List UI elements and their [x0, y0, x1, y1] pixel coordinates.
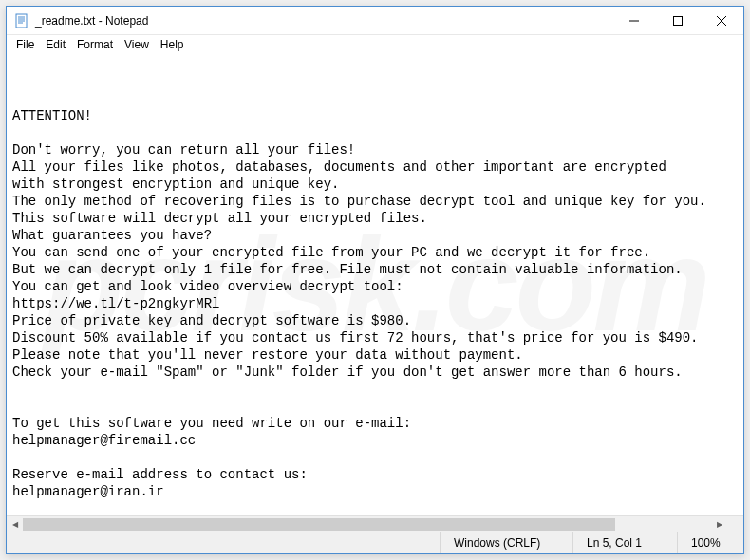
scroll-track[interactable]: [23, 516, 711, 532]
maximize-button[interactable]: [656, 7, 700, 34]
window-title: _readme.txt - Notepad: [35, 14, 148, 28]
notepad-window: _readme.txt - Notepad File Edit Format V…: [6, 6, 744, 554]
menubar: File Edit Format View Help: [7, 35, 743, 54]
menu-format[interactable]: Format: [71, 36, 119, 53]
titlebar[interactable]: _readme.txt - Notepad: [7, 7, 743, 35]
statusbar: Windows (CRLF) Ln 5, Col 1 100%: [7, 532, 743, 553]
menu-edit[interactable]: Edit: [40, 36, 71, 53]
scroll-right-button[interactable]: ▶: [711, 516, 727, 532]
svg-rect-6: [674, 16, 683, 25]
notepad-app-icon: [14, 13, 29, 28]
status-zoom-level: 100%: [677, 532, 743, 553]
scroll-corner: [727, 516, 743, 532]
status-line-ending: Windows (CRLF): [440, 532, 572, 553]
text-editor-area[interactable]: pcrisk.com ATTENTION! Don't worry, you c…: [7, 54, 743, 515]
document-content[interactable]: ATTENTION! Don't worry, you can return a…: [12, 107, 738, 515]
scroll-left-button[interactable]: ◀: [7, 516, 23, 532]
status-cursor-position: Ln 5, Col 1: [572, 532, 677, 553]
scroll-thumb[interactable]: [23, 518, 615, 531]
menu-file[interactable]: File: [10, 36, 40, 53]
menu-view[interactable]: View: [119, 36, 155, 53]
minimize-button[interactable]: [612, 7, 656, 34]
close-button[interactable]: [700, 7, 743, 34]
horizontal-scrollbar[interactable]: ◀ ▶: [7, 515, 743, 532]
window-controls: [612, 7, 743, 34]
menu-help[interactable]: Help: [155, 36, 190, 53]
